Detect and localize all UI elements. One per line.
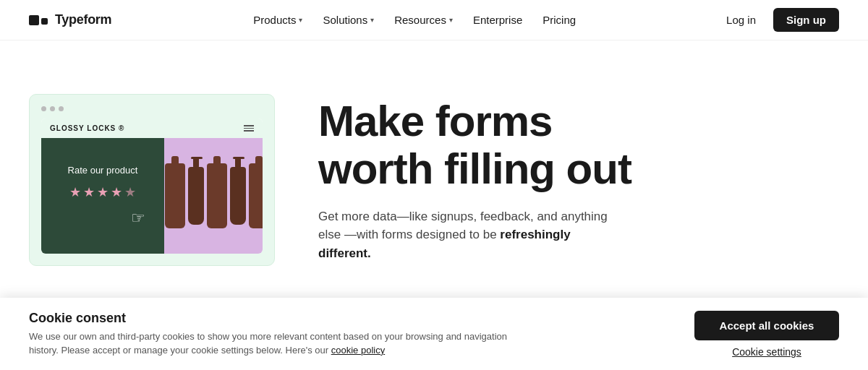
nav-item-solutions[interactable]: Solutions ▾ xyxy=(315,9,381,30)
form-right-panel xyxy=(164,138,263,254)
nav-actions: Log in Sign up xyxy=(718,8,839,32)
star-rating: ★ ★ ★ ★ ★ xyxy=(69,184,136,200)
nav-label-enterprise: Enterprise xyxy=(473,14,522,26)
logo-square-big xyxy=(29,15,39,25)
cookie-settings-button[interactable]: Cookie settings xyxy=(732,346,801,358)
bottle-pump-1 xyxy=(188,167,204,225)
bottle-3 xyxy=(249,163,263,228)
logo-square-small xyxy=(41,18,48,25)
nav-item-resources[interactable]: Resources ▾ xyxy=(387,9,460,30)
product-bottles xyxy=(168,138,263,254)
nav-item-pricing[interactable]: Pricing xyxy=(535,9,583,30)
nav-link-solutions[interactable]: Solutions ▾ xyxy=(315,9,381,30)
browser-dots xyxy=(41,106,263,111)
nav-link-enterprise[interactable]: Enterprise xyxy=(466,9,529,30)
form-left-panel: Rate our product ★ ★ ★ ★ ★ ☞ xyxy=(41,138,164,254)
cookie-description: We use our own and third-party cookies t… xyxy=(29,330,535,356)
dot-2 xyxy=(50,106,55,111)
nav-link-resources[interactable]: Resources ▾ xyxy=(387,9,460,30)
hero-heading: Make forms worth filling out xyxy=(318,98,810,193)
chevron-down-icon: ▾ xyxy=(370,16,374,24)
cookie-left: Cookie consent We use our own and third-… xyxy=(29,311,535,356)
form-card: GLOSSY LOCKS ® Rate our product ★ ★ ★ ★ … xyxy=(41,119,263,254)
hamburger-icon xyxy=(244,125,254,132)
rate-product-text: Rate our product xyxy=(68,165,138,176)
chevron-down-icon: ▾ xyxy=(449,16,453,24)
form-preview: GLOSSY LOCKS ® Rate our product ★ ★ ★ ★ … xyxy=(29,94,275,266)
nav-link-pricing[interactable]: Pricing xyxy=(535,9,583,30)
cookie-desc-text: We use our own and third-party cookies t… xyxy=(29,331,507,355)
hero-heading-line2: worth filling out xyxy=(318,145,631,193)
nav-label-pricing: Pricing xyxy=(542,14,576,26)
star-5-half: ★ xyxy=(124,184,136,200)
nav-item-products[interactable]: Products ▾ xyxy=(246,9,310,30)
cookie-banner: Cookie consent We use our own and third-… xyxy=(0,298,868,370)
bottle-pump-2 xyxy=(230,167,246,225)
form-card-body: Rate our product ★ ★ ★ ★ ★ ☞ xyxy=(41,138,263,254)
accept-all-cookies-button[interactable]: Accept all cookies xyxy=(694,311,839,340)
nav-label-products: Products xyxy=(253,14,296,26)
signup-button[interactable]: Sign up xyxy=(773,8,839,32)
navbar: Typeform Products ▾ Solutions ▾ Resource… xyxy=(0,0,868,40)
brand-name: GLOSSY LOCKS ® xyxy=(50,124,124,132)
cookie-title: Cookie consent xyxy=(29,311,535,326)
cookie-actions: Accept all cookies Cookie settings xyxy=(694,311,839,358)
star-1: ★ xyxy=(69,184,81,200)
dot-3 xyxy=(59,106,64,111)
bottle-2 xyxy=(207,163,227,228)
nav-link-products[interactable]: Products ▾ xyxy=(246,9,310,30)
logo[interactable]: Typeform xyxy=(29,12,111,27)
nav-item-enterprise[interactable]: Enterprise xyxy=(466,9,529,30)
main-content: GLOSSY LOCKS ® Rate our product ★ ★ ★ ★ … xyxy=(0,40,868,298)
logo-icon xyxy=(29,15,48,25)
star-3: ★ xyxy=(97,184,109,200)
bottle-1 xyxy=(165,163,185,228)
hero-heading-line1: Make forms xyxy=(318,97,552,145)
star-2: ★ xyxy=(83,184,95,200)
star-4: ★ xyxy=(111,184,122,200)
ham-line-1 xyxy=(244,125,254,126)
nav-label-resources: Resources xyxy=(394,14,446,26)
chevron-down-icon: ▾ xyxy=(299,16,302,24)
login-button[interactable]: Log in xyxy=(718,9,765,30)
nav-label-solutions: Solutions xyxy=(323,14,367,26)
hero-subtext: Get more data—like signups, feedback, an… xyxy=(318,207,622,263)
nav-links: Products ▾ Solutions ▾ Resources ▾ Enter… xyxy=(246,9,583,30)
cursor-icon: ☞ xyxy=(131,209,145,228)
ham-line-2 xyxy=(244,128,254,129)
ham-line-3 xyxy=(244,130,254,132)
logo-text: Typeform xyxy=(55,12,111,27)
cookie-policy-link[interactable]: cookie policy xyxy=(331,345,385,356)
form-card-header: GLOSSY LOCKS ® xyxy=(41,119,263,138)
dot-1 xyxy=(41,106,46,111)
hero-text: Make forms worth filling out Get more da… xyxy=(318,98,810,263)
